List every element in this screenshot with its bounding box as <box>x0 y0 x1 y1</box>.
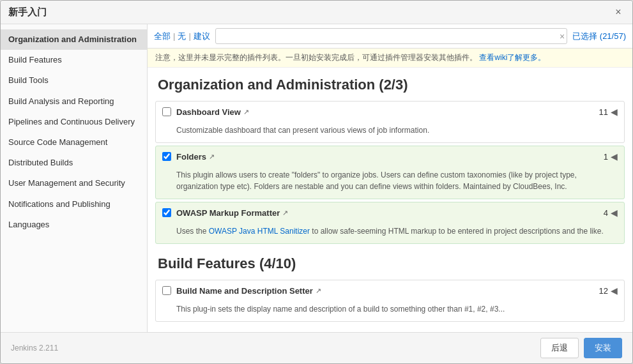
plugin-folders-name: Folders <box>176 152 206 162</box>
plugin-folders-count: 1 ◀ <box>604 151 618 162</box>
search-input[interactable] <box>215 28 567 44</box>
sidebar: Organization and AdministrationBuild Fea… <box>1 24 148 332</box>
close-button[interactable]: × <box>612 6 625 19</box>
plugin-owasp-link-icon[interactable]: ↗ <box>282 209 288 217</box>
plugin-owasp-arrow[interactable]: ◀ <box>611 208 618 218</box>
plugin-folders-link-icon[interactable]: ↗ <box>209 153 215 161</box>
plugin-build-name-header: Build Name and Description Setter ↗ 12 ◀ <box>156 280 624 301</box>
search-container: × <box>215 28 567 44</box>
filter-all-link[interactable]: 全部 <box>154 31 171 42</box>
section-org-admin-header: Organization and Administration (2/3) <box>148 68 632 98</box>
dialog-title: 新手入门 <box>8 6 47 19</box>
setup-wizard-dialog: 新手入门 × Organization and AdministrationBu… <box>0 0 633 364</box>
dialog-header: 新手入门 × <box>1 1 632 24</box>
dialog-body: Organization and AdministrationBuild Fea… <box>1 24 632 332</box>
plugin-folders-arrow[interactable]: ◀ <box>611 151 618 162</box>
filter-suggest-link[interactable]: 建议 <box>194 31 210 42</box>
plugin-owasp-checkbox[interactable] <box>162 208 171 217</box>
plugin-owasp-desc: Uses the OWASP Java HTML Sanitizer to al… <box>156 223 624 243</box>
plugin-item-owasp: OWASP Markup Formatter ↗ 4 ◀ Uses the OW… <box>155 202 625 244</box>
plugin-build-name-checkbox[interactable] <box>162 286 171 295</box>
separator-1: | <box>173 31 175 41</box>
plugin-dashboard-count: 11 ◀ <box>599 107 618 117</box>
back-button[interactable]: 后退 <box>540 338 579 358</box>
search-clear-button[interactable]: × <box>560 31 565 42</box>
sidebar-item-languages[interactable]: Languages <box>1 215 147 235</box>
sidebar-item-build-tools[interactable]: Build Tools <box>1 70 147 91</box>
plugin-build-name-name: Build Name and Description Setter <box>176 286 313 296</box>
plugin-folders-checkbox[interactable] <box>162 152 171 161</box>
plugin-dashboard-desc: Customizable dashboard that can present … <box>156 122 624 142</box>
plugin-item-folders: Folders ↗ 1 ◀ This plugin allows users t… <box>155 146 625 199</box>
install-button[interactable]: 安装 <box>584 338 622 358</box>
sidebar-item-pipelines[interactable]: Pipelines and Continuous Delivery <box>1 112 147 132</box>
plugin-dashboard-name: Dashboard View <box>176 107 241 117</box>
plugin-owasp-header: OWASP Markup Formatter ↗ 4 ◀ <box>156 202 624 223</box>
plugin-owasp-num: 4 <box>604 208 608 218</box>
section-build-features-header: Build Features (4/10) <box>148 246 632 277</box>
plugin-folders-desc: This plugin allows users to create "fold… <box>156 167 624 199</box>
sidebar-item-source-code[interactable]: Source Code Management <box>1 132 147 153</box>
plugin-build-name-count: 12 ◀ <box>599 285 618 296</box>
sidebar-item-build-analysis[interactable]: Build Analysis and Reporting <box>1 91 147 112</box>
plugin-owasp-name: OWASP Markup Formatter <box>176 208 280 218</box>
sidebar-item-distributed[interactable]: Distributed Builds <box>1 153 147 173</box>
plugin-build-name-num: 12 <box>599 286 608 296</box>
plugin-item-build-name: Build Name and Description Setter ↗ 12 ◀… <box>155 280 625 322</box>
sidebar-item-notifications[interactable]: Notifications and Publishing <box>1 194 147 215</box>
plugin-dashboard-checkbox[interactable] <box>162 107 171 116</box>
filter-links: 全部 | 无 | 建议 <box>154 31 210 42</box>
footer-buttons: 后退 安装 <box>540 338 622 358</box>
plugin-owasp-count: 4 ◀ <box>604 208 618 218</box>
jenkins-version: Jenkins 2.211 <box>11 344 58 353</box>
sidebar-item-org-admin[interactable]: Organization and Administration <box>1 29 147 50</box>
plugin-build-name-arrow[interactable]: ◀ <box>611 285 618 296</box>
filter-none-link[interactable]: 无 <box>178 31 186 42</box>
dialog-footer: Jenkins 2.211 后退 安装 <box>1 332 632 363</box>
plugin-dashboard-num: 11 <box>599 107 608 117</box>
plugin-item-dashboard-view: Dashboard View ↗ 11 ◀ Customizable dashb… <box>155 101 625 143</box>
sidebar-item-build-features[interactable]: Build Features <box>1 50 147 70</box>
content-area: Organization and Administration (2/3) Da… <box>148 68 632 332</box>
plugin-dashboard-header: Dashboard View ↗ 11 ◀ <box>156 102 624 122</box>
selected-count-link[interactable]: 已选择 (21/57) <box>572 31 626 41</box>
owasp-sanitizer-link[interactable]: OWASP Java HTML Sanitizer <box>209 227 310 236</box>
plugin-folders-num: 1 <box>604 152 608 162</box>
plugin-dashboard-arrow[interactable]: ◀ <box>611 107 618 117</box>
toolbar: 全部 | 无 | 建议 × 已选择 (21/57) <box>148 24 632 49</box>
main-content: 全部 | 无 | 建议 × 已选择 (21/57) 注意，这里并未显示完整的插件… <box>148 24 632 332</box>
selected-count: 已选择 (21/57) <box>572 31 626 42</box>
plugin-dashboard-link-icon[interactable]: ↗ <box>243 108 249 116</box>
notice-link[interactable]: 查看wiki了解更多。 <box>479 53 545 62</box>
notice-bar: 注意，这里并未显示完整的插件列表。一旦初始安装完成后，可通过插件管理器安装其他插… <box>148 49 632 68</box>
plugin-build-name-desc: This plug-in sets the display name and d… <box>156 301 624 321</box>
notice-text: 注意，这里并未显示完整的插件列表。一旦初始安装完成后，可通过插件管理器安装其他插… <box>155 53 477 62</box>
separator-2: | <box>188 31 190 41</box>
plugin-build-name-link-icon[interactable]: ↗ <box>316 287 321 295</box>
sidebar-item-user-mgmt[interactable]: User Management and Security <box>1 173 147 193</box>
plugin-folders-header: Folders ↗ 1 ◀ <box>156 146 624 167</box>
